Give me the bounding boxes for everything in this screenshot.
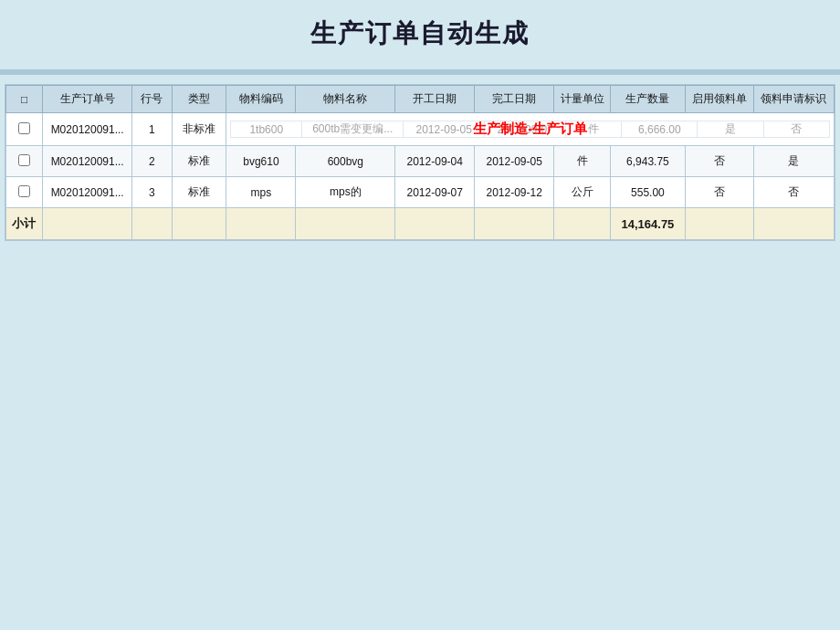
cell-start-date: 2012-09-07 <box>395 177 475 208</box>
subtotal-qty: 14,164.75 <box>611 208 686 240</box>
cell-order-no: M020120091... <box>43 146 132 177</box>
header-qty: 生产数量 <box>611 86 686 113</box>
divider-bar <box>0 69 840 75</box>
cell-end-date: 2012-09-12 <box>475 177 554 208</box>
cell-qty: 555.00 <box>611 177 686 208</box>
subtotal-empty <box>132 208 172 240</box>
header-mat-name: 物料名称 <box>296 86 395 113</box>
cell-unit: 件 <box>554 146 611 177</box>
cell-end-date: 2012-09-05 <box>475 146 554 177</box>
cell-order-no: M020120091... <box>43 113 132 146</box>
cell-unit: 公斤 <box>554 177 611 208</box>
subtotal-empty <box>395 208 475 240</box>
subtotal-empty <box>554 208 611 240</box>
header-mat-code: 物料编码 <box>226 86 296 113</box>
header-unit: 计量单位 <box>554 86 611 113</box>
overlay-cell: 1tb600600tb需变更编...2012-09-052012-09-07件6… <box>226 113 835 146</box>
cell-use-flag: 否 <box>685 177 753 208</box>
table-row: M020120091...3标准mpsmps的2012-09-072012-09… <box>6 177 835 208</box>
header-checkbox: □ <box>6 86 43 113</box>
header-type: 类型 <box>172 86 226 113</box>
cell-mat-code: mps <box>226 177 296 208</box>
cell-mat-name: mps的 <box>296 177 395 208</box>
cell-mat-code: bvg610 <box>226 146 296 177</box>
row-checkbox[interactable] <box>6 113 43 146</box>
cell-qty: 6,943.75 <box>611 146 686 177</box>
subtotal-empty <box>753 208 834 240</box>
table-row: M020120091...2标准bvg610600bvg2012-09-0420… <box>6 146 835 177</box>
page-title: 生产订单自动生成 <box>0 16 840 51</box>
table-header-row: □ 生产订单号 行号 类型 物料编码 物料名称 开工日期 完工日期 计量单位 生… <box>6 86 835 113</box>
subtotal-empty <box>296 208 395 240</box>
subtotal-empty <box>226 208 296 240</box>
cell-use-flag: 否 <box>685 146 753 177</box>
cell-req-flag: 否 <box>753 177 834 208</box>
header-seq: 行号 <box>132 86 172 113</box>
subtotal-empty <box>475 208 554 240</box>
header-req-flag: 领料申请标识 <box>753 86 834 113</box>
cell-seq: 2 <box>132 146 172 177</box>
header-start-date: 开工日期 <box>395 86 475 113</box>
cell-order-no: M020120091... <box>43 177 132 208</box>
header-area: 生产订单自动生成 <box>0 0 840 62</box>
row-checkbox[interactable] <box>6 146 43 177</box>
table-row: M020120091...1非标准1tb600600tb需变更编...2012-… <box>6 113 835 146</box>
subtotal-empty <box>172 208 226 240</box>
cell-start-date: 2012-09-04 <box>395 146 475 177</box>
cell-seq: 3 <box>132 177 172 208</box>
main-table: □ 生产订单号 行号 类型 物料编码 物料名称 开工日期 完工日期 计量单位 生… <box>5 85 835 240</box>
row-checkbox[interactable] <box>6 177 43 208</box>
cell-mat-name: 600bvg <box>296 146 395 177</box>
cell-type: 标准 <box>172 177 226 208</box>
table-wrapper: □ 生产订单号 行号 类型 物料编码 物料名称 开工日期 完工日期 计量单位 生… <box>5 85 835 240</box>
subtotal-label: 小计 <box>6 208 43 240</box>
cell-type: 非标准 <box>172 113 226 146</box>
cell-req-flag: 是 <box>753 146 834 177</box>
header-use-flag: 启用领料单 <box>685 86 753 113</box>
cell-seq: 1 <box>132 113 172 146</box>
header-order-no: 生产订单号 <box>43 86 132 113</box>
subtotal-row: 小计14,164.75 <box>6 208 835 240</box>
subtotal-empty <box>43 208 132 240</box>
header-end-date: 完工日期 <box>475 86 554 113</box>
cell-type: 标准 <box>172 146 226 177</box>
subtotal-empty <box>685 208 753 240</box>
content-area: □ 生产订单号 行号 类型 物料编码 物料名称 开工日期 完工日期 计量单位 生… <box>5 84 835 241</box>
